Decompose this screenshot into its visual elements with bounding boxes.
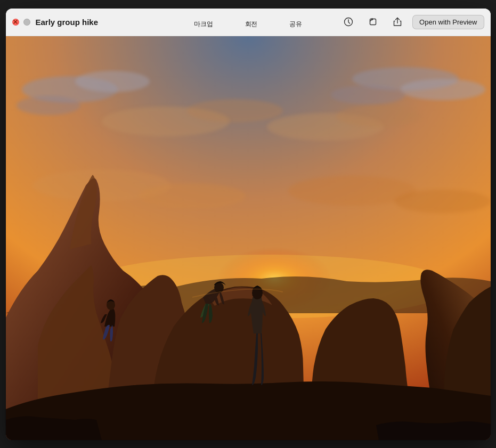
photo-scene	[6, 36, 491, 440]
svg-point-10	[17, 96, 80, 115]
close-button[interactable]	[12, 19, 19, 26]
svg-point-21	[395, 190, 491, 213]
quicklook-window: 마크업 회전 공유 Early group hike	[6, 9, 491, 440]
svg-rect-4	[370, 19, 376, 25]
scene-svg	[6, 36, 491, 440]
image-container	[6, 36, 491, 440]
minimize-button[interactable]	[23, 19, 30, 26]
svg-point-19	[139, 183, 246, 209]
svg-point-12	[400, 79, 485, 100]
svg-point-15	[187, 99, 283, 123]
svg-point-9	[75, 71, 150, 92]
toolbar-icons	[341, 14, 405, 29]
rotate-button[interactable]	[365, 14, 380, 29]
window-controls	[12, 19, 30, 26]
svg-point-17	[336, 105, 421, 127]
titlebar: Early group hike	[6, 9, 491, 36]
markup-button[interactable]	[341, 14, 356, 29]
svg-point-13	[331, 85, 405, 104]
svg-point-3	[348, 19, 349, 20]
share-button[interactable]	[390, 14, 405, 29]
open-with-preview-button[interactable]: Open with Preview	[412, 15, 484, 29]
window-title: Early group hike	[36, 18, 341, 27]
